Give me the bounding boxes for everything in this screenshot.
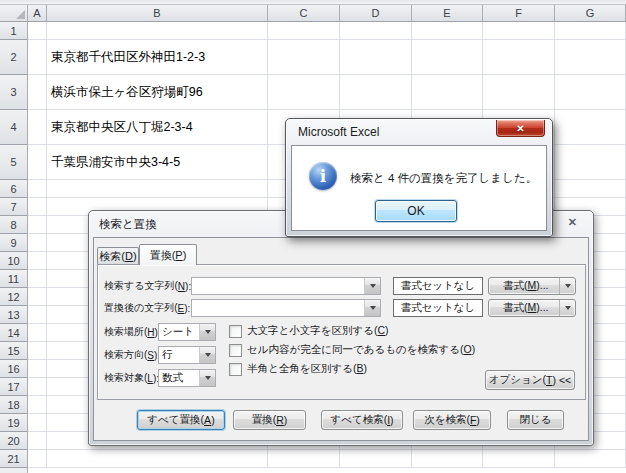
grid-cell[interactable] xyxy=(28,145,47,180)
grid-cell[interactable] xyxy=(47,450,268,468)
look-in-dropdown-button[interactable] xyxy=(199,370,215,386)
grid-cell[interactable] xyxy=(28,234,47,252)
find-next-button[interactable]: 次を検索(F) xyxy=(413,410,491,430)
row-header[interactable]: 18 xyxy=(0,396,28,414)
grid-cell[interactable] xyxy=(28,360,47,378)
grid-cell[interactable] xyxy=(555,40,626,75)
grid-cell[interactable] xyxy=(483,40,555,75)
replace-button[interactable]: 置換(R) xyxy=(233,410,306,430)
row-header[interactable] xyxy=(0,468,28,473)
search-direction-select[interactable]: 行 xyxy=(158,346,216,364)
find-all-button[interactable]: すべて検索(I) xyxy=(321,410,403,430)
grid-cell[interactable] xyxy=(28,40,47,75)
grid-cell[interactable] xyxy=(28,288,47,306)
row-header[interactable]: 4 xyxy=(0,110,28,145)
grid-cell[interactable] xyxy=(28,252,47,270)
row-header[interactable]: 7 xyxy=(0,198,28,216)
within-dropdown-button[interactable] xyxy=(199,324,215,340)
grid-cell[interactable] xyxy=(340,75,412,110)
grid-cell[interactable] xyxy=(28,450,47,468)
grid-cell[interactable] xyxy=(555,75,626,110)
grid-cell[interactable] xyxy=(28,432,47,450)
checkbox-icon[interactable] xyxy=(229,344,242,357)
grid-cell[interactable] xyxy=(412,450,483,468)
row-header[interactable]: 3 xyxy=(0,75,28,110)
row-header[interactable]: 11 xyxy=(0,270,28,288)
replace-with-input[interactable] xyxy=(191,299,381,317)
close-icon[interactable]: ✕ xyxy=(568,216,577,229)
options-button[interactable]: オプション(T) << xyxy=(485,370,575,390)
grid-cell[interactable] xyxy=(28,216,47,234)
grid-cell[interactable] xyxy=(412,40,483,75)
match-byte-checkbox-row[interactable]: 半角と全角を区別する(B) xyxy=(229,361,367,377)
grid-cell[interactable] xyxy=(28,324,47,342)
grid-cell[interactable]: 横浜市保土ヶ谷区狩場町96 xyxy=(47,75,268,110)
grid-cell[interactable] xyxy=(47,180,268,198)
select-all-corner[interactable] xyxy=(0,5,28,22)
replace-all-button[interactable]: すべて置換(A) xyxy=(137,410,225,430)
grid-cell[interactable] xyxy=(28,414,47,432)
grid-cell[interactable] xyxy=(28,342,47,360)
row-header[interactable]: 9 xyxy=(0,234,28,252)
grid-cell[interactable] xyxy=(555,450,626,468)
row-header[interactable]: 5 xyxy=(0,145,28,180)
column-header[interactable]: A xyxy=(28,5,47,22)
row-header[interactable]: 16 xyxy=(0,360,28,378)
grid-cell[interactable]: 東京都中央区八丁堀2-3-4 xyxy=(47,110,268,145)
grid-cell[interactable] xyxy=(268,22,340,40)
grid-cell[interactable] xyxy=(555,110,626,145)
grid-cell[interactable] xyxy=(28,198,47,216)
column-header[interactable]: G xyxy=(555,5,626,22)
ok-button[interactable]: OK xyxy=(375,200,457,222)
grid-cell[interactable] xyxy=(47,22,268,40)
row-header[interactable]: 10 xyxy=(0,252,28,270)
grid-cell[interactable] xyxy=(340,22,412,40)
replace-format-button[interactable]: 書式(M)... xyxy=(488,299,576,317)
grid-cell[interactable]: 東京都千代田区外神田1-2-3 xyxy=(47,40,268,75)
grid-cell[interactable] xyxy=(412,22,483,40)
find-format-button[interactable]: 書式(M)... xyxy=(488,277,576,295)
grid-cell[interactable] xyxy=(483,75,555,110)
grid-cell[interactable] xyxy=(340,40,412,75)
grid-cell[interactable] xyxy=(268,40,340,75)
tab-find[interactable]: 検索(D) xyxy=(97,247,139,264)
grid-cell[interactable] xyxy=(28,270,47,288)
grid-cell[interactable] xyxy=(555,180,626,198)
replace-format-split-button[interactable] xyxy=(559,300,575,316)
row-header[interactable]: 8 xyxy=(0,216,28,234)
column-header[interactable]: F xyxy=(483,5,555,22)
row-header[interactable]: 19 xyxy=(0,414,28,432)
message-box-close-button[interactable]: ✕ xyxy=(496,120,545,137)
grid-cell[interactable] xyxy=(28,396,47,414)
row-header[interactable]: 2 xyxy=(0,40,28,75)
grid-cell[interactable] xyxy=(28,378,47,396)
grid-cell[interactable] xyxy=(555,22,626,40)
grid-cell[interactable] xyxy=(412,75,483,110)
column-header[interactable]: C xyxy=(268,5,340,22)
row-header[interactable]: 17 xyxy=(0,378,28,396)
match-entire-cell-checkbox-row[interactable]: セル内容が完全に同一であるものを検索する(O) xyxy=(229,342,475,358)
row-header[interactable]: 12 xyxy=(0,288,28,306)
column-header[interactable]: E xyxy=(412,5,483,22)
search-direction-dropdown-button[interactable] xyxy=(199,347,215,363)
grid-cell[interactable] xyxy=(483,22,555,40)
tab-replace[interactable]: 置換(P) xyxy=(139,244,197,265)
grid-cell[interactable] xyxy=(28,110,47,145)
grid-cell[interactable] xyxy=(28,22,47,40)
grid-cell[interactable] xyxy=(28,75,47,110)
replace-with-dropdown-button[interactable] xyxy=(364,300,380,316)
column-header[interactable]: D xyxy=(340,5,412,22)
row-header[interactable]: 6 xyxy=(0,180,28,198)
column-header[interactable]: B xyxy=(47,5,268,22)
checkbox-icon[interactable] xyxy=(229,325,242,338)
find-what-dropdown-button[interactable] xyxy=(364,278,380,294)
find-format-split-button[interactable] xyxy=(559,278,575,294)
row-header[interactable]: 21 xyxy=(0,450,28,468)
grid-cell[interactable] xyxy=(483,450,555,468)
look-in-select[interactable]: 数式 xyxy=(158,369,216,387)
grid-cell[interactable] xyxy=(28,306,47,324)
row-header[interactable]: 15 xyxy=(0,342,28,360)
row-header[interactable]: 14 xyxy=(0,324,28,342)
close-button[interactable]: 閉じる xyxy=(507,410,564,430)
grid-cell[interactable] xyxy=(28,180,47,198)
